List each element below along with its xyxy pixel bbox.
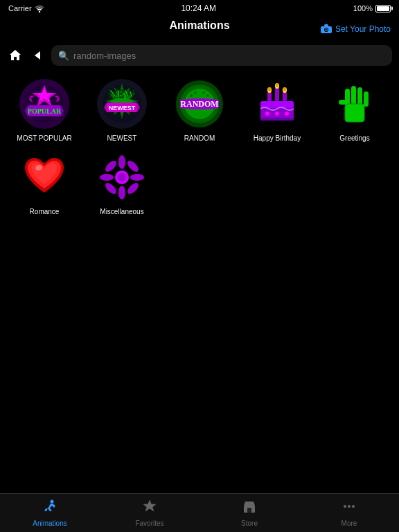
svg-point-44 (265, 112, 269, 116)
status-carrier: Carrier (8, 4, 44, 12)
svg-marker-67 (143, 500, 156, 511)
category-random[interactable]: RANDOM RANDOM (162, 76, 237, 143)
svg-rect-53 (339, 100, 346, 105)
wifi-icon (35, 5, 44, 12)
camera-icon (320, 24, 332, 34)
svg-point-59 (130, 174, 144, 181)
svg-point-56 (118, 155, 125, 169)
category-romance[interactable]: Romance (7, 150, 82, 216)
animations-tab-label: Animations (33, 520, 66, 527)
svg-point-31 (206, 94, 209, 97)
svg-point-63 (103, 181, 118, 195)
dots-icon (342, 499, 357, 517)
svg-text:NEW: NEW (109, 88, 135, 100)
svg-rect-51 (357, 87, 362, 105)
home-button[interactable] (7, 47, 24, 64)
svg-point-65 (118, 173, 126, 181)
svg-point-72 (352, 505, 355, 508)
battery-percent: 100% (353, 4, 373, 12)
favorites-tab-label: Favorites (135, 520, 163, 527)
status-bar: Carrier 10:24 AM 100% (0, 0, 399, 17)
romance-icon (19, 152, 69, 202)
category-grid-2: Romance Miscellaneous (0, 150, 399, 223)
header: Animations Set Your Photo (0, 17, 399, 42)
tab-animations[interactable]: Animations (0, 499, 100, 527)
greetings-label: Greetings (339, 134, 369, 143)
tab-more[interactable]: More (299, 499, 399, 527)
search-icon: 🔍 (58, 51, 69, 61)
svg-text:POPULAR: POPULAR (28, 107, 62, 115)
svg-rect-33 (267, 91, 272, 101)
store-icon (242, 499, 257, 517)
popular-label: MOST POPULAR (17, 134, 71, 143)
svg-rect-69 (247, 508, 251, 513)
set-photo-label: Set Your Photo (335, 24, 391, 34)
carrier-label: Carrier (8, 4, 32, 12)
svg-point-66 (51, 500, 54, 504)
svg-point-46 (285, 112, 289, 116)
svg-text:NEWEST: NEWEST (109, 105, 136, 112)
romance-label: Romance (30, 208, 60, 216)
back-arrow-icon (30, 48, 44, 62)
svg-point-0 (38, 10, 39, 12)
search-bar[interactable]: 🔍 (51, 45, 392, 66)
popular-icon: POPULAR (19, 79, 69, 129)
svg-rect-34 (275, 87, 279, 101)
category-most-popular[interactable]: POPULAR MOST POPULAR (7, 76, 82, 143)
svg-rect-2 (324, 24, 328, 26)
svg-point-41 (283, 87, 286, 91)
category-newest[interactable]: NEW NEWEST NEWEST (85, 76, 159, 143)
star-icon (142, 499, 157, 517)
svg-point-58 (100, 174, 114, 181)
search-input[interactable] (73, 51, 385, 61)
runner-icon (42, 499, 57, 517)
svg-point-29 (194, 91, 197, 94)
header-title: Animations (169, 19, 229, 32)
misc-icon (97, 152, 147, 202)
random-label: RANDOM (184, 134, 215, 143)
random-icon: RANDOM (175, 79, 224, 129)
tab-bar: Animations Favorites Store More (0, 493, 399, 532)
svg-point-70 (344, 505, 346, 508)
svg-rect-35 (283, 91, 287, 101)
svg-point-28 (190, 94, 193, 97)
battery-icon (375, 5, 391, 12)
status-battery: 100% (353, 4, 391, 12)
status-time: 10:24 AM (181, 3, 216, 13)
svg-point-37 (268, 87, 271, 91)
category-greetings[interactable]: Greetings (317, 76, 392, 143)
category-grid: POPULAR MOST POPULAR NEW NEWEST (0, 69, 399, 150)
svg-point-5 (326, 29, 327, 30)
new-icon: NEW NEWEST (97, 79, 147, 129)
svg-point-57 (118, 186, 125, 200)
tab-favorites[interactable]: Favorites (100, 499, 200, 527)
category-miscellaneous[interactable]: Miscellaneous (85, 150, 159, 216)
more-tab-label: More (342, 520, 357, 527)
svg-point-60 (103, 159, 118, 173)
back-button[interactable] (29, 47, 46, 64)
svg-point-71 (348, 505, 351, 508)
misc-label: Miscellaneous (100, 208, 143, 216)
svg-point-62 (125, 159, 140, 173)
svg-rect-47 (260, 118, 294, 121)
store-tab-label: Store (241, 520, 258, 527)
birthday-label: Happy Birthday (254, 134, 301, 143)
nav-bar: 🔍 (0, 42, 399, 69)
svg-point-61 (125, 181, 140, 195)
svg-point-30 (202, 91, 205, 94)
svg-rect-52 (364, 91, 369, 107)
category-happy-birthday[interactable]: Happy Birthday (240, 76, 314, 143)
tab-store[interactable]: Store (200, 499, 299, 527)
greetings-icon (330, 79, 380, 129)
svg-point-39 (276, 83, 278, 87)
set-photo-button[interactable]: Set Your Photo (320, 24, 391, 34)
home-icon (8, 48, 22, 62)
svg-rect-50 (351, 86, 356, 105)
birthday-icon (252, 79, 302, 129)
newest-label: NEWEST (107, 134, 137, 143)
svg-point-45 (275, 112, 279, 116)
svg-text:RANDOM: RANDOM (180, 99, 218, 109)
